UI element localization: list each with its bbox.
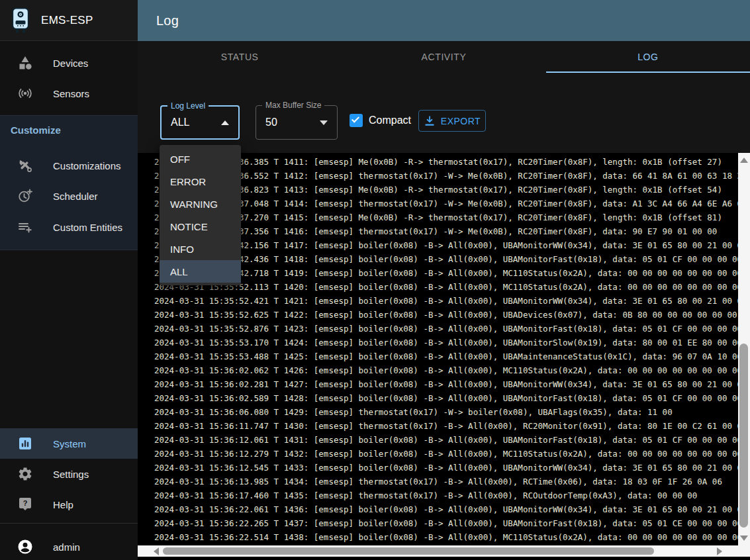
page-title: Log (156, 13, 179, 28)
svg-text:?: ? (23, 499, 28, 507)
scroll-down-icon[interactable] (740, 536, 748, 541)
compact-checkbox[interactable] (350, 114, 363, 127)
log-line: 2024-03-31 15:36:12.545 T 1433: [emsesp]… (154, 461, 738, 475)
appbar: Log (138, 0, 750, 41)
category-icon (17, 55, 33, 71)
chevron-up-icon (221, 120, 229, 125)
log-level-option-warning[interactable]: WARNING (160, 193, 241, 215)
sidebar: EMS-ESP Devices Sensors Customize Custom… (0, 0, 138, 560)
sidebar-item-help[interactable]: ? Help (0, 489, 138, 520)
account-circle-icon (17, 539, 33, 555)
sidebar-item-label: Sensors (53, 88, 89, 99)
tab-bar: STATUS ACTIVITY LOG (138, 41, 750, 73)
log-line: 2024-03-31 15:35:52.625 T 1422: [emsesp]… (154, 308, 738, 322)
app-title: EMS-ESP (41, 14, 93, 27)
scroll-right-icon[interactable] (717, 547, 722, 555)
sidebar-item-settings[interactable]: Settings (0, 459, 138, 489)
vertical-scrollbar[interactable] (738, 153, 750, 545)
log-level-select[interactable]: Log Level ALL (160, 105, 240, 140)
log-line: 2024-03-31 15:36:12.279 T 1432: [emsesp]… (154, 447, 738, 461)
user-label: admin (53, 541, 80, 553)
tab-activity[interactable]: ACTIVITY (342, 41, 545, 73)
sensors-icon (17, 85, 33, 101)
tools-icon (17, 158, 33, 173)
analytics-icon (17, 436, 33, 451)
chevron-down-icon (320, 120, 328, 125)
tab-status[interactable]: STATUS (138, 41, 342, 73)
max-buffer-label: Max Buffer Size (262, 101, 324, 110)
sidebar-item-sensors[interactable]: Sensors (0, 78, 138, 109)
log-level-menu: OFFERRORWARNINGNOTICEINFOALL (160, 145, 241, 285)
log-line: 2024-03-31 15:35:52.113 T 1420: [emsesp]… (154, 280, 738, 294)
sidebar-item-scheduler[interactable]: Scheduler (0, 181, 138, 211)
sidebar-item-label: Help (53, 499, 73, 510)
log-level-option-info[interactable]: INFO (160, 238, 241, 260)
log-line: 2024-03-31 15:35:52.876 T 1423: [emsesp]… (154, 322, 738, 336)
checkmark-icon (352, 115, 359, 122)
sidebar-item-label: Scheduler (53, 191, 98, 202)
log-level-option-notice[interactable]: NOTICE (160, 215, 241, 238)
export-button[interactable]: EXPORT (418, 110, 486, 132)
log-line: 2024-03-31 15:35:42.436 T 1418: [emsesp]… (154, 252, 738, 266)
log-line: 2024-03-31 15:36:22.514 T 1438: [emsesp]… (154, 530, 738, 544)
log-level-option-all[interactable]: ALL (160, 260, 241, 283)
horizontal-scrollbar[interactable] (138, 545, 750, 557)
log-line: 2024-03-31 15:36:22.265 T 1437: [emsesp]… (154, 516, 738, 530)
clock-plus-icon (17, 188, 33, 204)
log-level-option-error[interactable]: ERROR (160, 170, 241, 193)
log-line: 2024-03-31 15:35:42.156 T 1417: [emsesp]… (154, 238, 738, 252)
log-level-option-off[interactable]: OFF (160, 148, 241, 170)
log-line: 2024-03-31 15:36:13.985 T 1434: [emsesp]… (154, 475, 738, 489)
sidebar-item-label: Customizations (53, 160, 121, 171)
log-line: 2024-03-31 15:35:36.552 T 1412: [emsesp]… (154, 169, 738, 183)
playlist-add-icon (17, 219, 33, 235)
log-line: 2024-03-31 15:35:36.823 T 1413: [emsesp]… (154, 183, 738, 197)
download-icon (424, 115, 436, 127)
max-buffer-select[interactable]: Max Buffer Size 50 (256, 105, 338, 140)
sidebar-item-system[interactable]: System (0, 428, 138, 459)
log-line: 2024-03-31 15:35:37.048 T 1414: [emsesp]… (154, 197, 738, 210)
boiler-logo-icon (11, 7, 30, 34)
sidebar-item-label: Settings (53, 469, 89, 480)
sidebar-item-admin[interactable]: admin (0, 532, 138, 560)
log-line: 2024-03-31 15:36:17.460 T 1435: [emsesp]… (154, 489, 738, 502)
sidebar-item-label: Custom Entities (53, 222, 122, 233)
compact-label: Compact (369, 114, 411, 127)
log-line: 2024-03-31 15:35:36.385 T 1411: [emsesp]… (154, 155, 738, 169)
log-line: 2024-03-31 15:35:53.488 T 1425: [emsesp]… (154, 350, 738, 363)
log-line: 2024-03-31 15:36:12.061 T 1431: [emsesp]… (154, 433, 738, 447)
log-line: 2024-03-31 15:36:02.589 T 1428: [emsesp]… (154, 391, 738, 405)
max-buffer-value: 50 (265, 117, 277, 128)
scroll-up-icon[interactable] (740, 158, 748, 163)
log-line: 2024-03-31 15:35:53.170 T 1424: [emsesp]… (154, 336, 738, 350)
sidebar-divider (0, 523, 138, 524)
tab-log[interactable]: LOG (546, 41, 750, 73)
help-bubble-icon: ? (17, 496, 33, 512)
horizontal-scrollbar-thumb[interactable] (163, 547, 654, 555)
sidebar-item-label: Devices (53, 58, 88, 69)
scroll-left-icon[interactable] (154, 547, 159, 555)
customize-section-header: Customize (11, 124, 61, 136)
export-label: EXPORT (441, 116, 481, 126)
gear-icon (17, 466, 33, 482)
log-line: 2024-03-31 15:36:02.281 T 1427: [emsesp]… (154, 377, 738, 391)
log-line: 2024-03-31 15:36:02.062 T 1426: [emsesp]… (154, 363, 738, 377)
log-line: 2024-03-31 15:36:06.080 T 1429: [emsesp]… (154, 405, 738, 419)
sidebar-item-customizations[interactable]: Customizations (0, 150, 138, 181)
log-line: 2024-03-31 15:36:11.747 T 1430: [emsesp]… (154, 419, 738, 433)
log-line: 2024-03-31 15:35:37.270 T 1415: [emsesp]… (154, 210, 738, 224)
sidebar-item-custom-entities[interactable]: Custom Entities (0, 212, 138, 242)
tab-indicator (546, 71, 750, 73)
log-level-value: ALL (171, 117, 189, 128)
sidebar-item-label: System (53, 438, 86, 449)
sidebar-item-devices[interactable]: Devices (0, 48, 138, 78)
log-line: 2024-03-31 15:35:42.718 T 1419: [emsesp]… (154, 266, 738, 280)
log-level-label: Log Level (167, 101, 209, 111)
sidebar-header: EMS-ESP (0, 0, 138, 41)
log-line: 2024-03-31 15:35:52.421 T 1421: [emsesp]… (154, 294, 738, 308)
log-line: 2024-03-31 15:35:37.356 T 1416: [emsesp]… (154, 224, 738, 238)
vertical-scrollbar-thumb[interactable] (739, 344, 748, 528)
log-line: 2024-03-31 15:36:22.061 T 1436: [emsesp]… (154, 502, 738, 516)
